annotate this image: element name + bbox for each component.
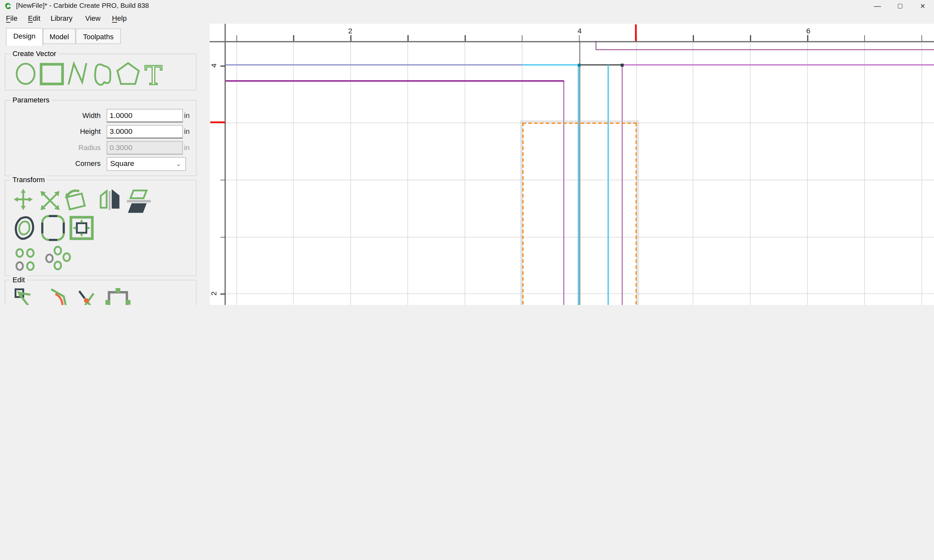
create-vector-title: Create Vector (10, 49, 59, 58)
param-unit-width: in (184, 109, 190, 122)
rotate-tool-icon[interactable] (65, 191, 85, 209)
polyline-tool-icon[interactable] (68, 63, 86, 85)
maximize-button[interactable]: ▢ (889, 0, 911, 12)
tab-toolpaths[interactable]: Toolpaths (76, 29, 121, 44)
chevron-down-icon: ⌄ (176, 158, 181, 171)
param-row-corners: CornersSquare⌄ (6, 157, 196, 170)
menu-item-file[interactable]: File (6, 14, 17, 23)
inner-offset-tool-icon[interactable] (71, 217, 92, 238)
create-vector-section: Create Vector T (5, 54, 197, 91)
grid-array-tool-icon[interactable] (17, 249, 34, 270)
menu-item-view[interactable]: View (85, 14, 100, 23)
resize-nodes-tool-icon[interactable] (105, 288, 130, 305)
parameters-title: Parameters (10, 96, 52, 105)
polygon-tool-icon[interactable] (117, 63, 139, 84)
create-vector-toolbar: T (13, 60, 191, 87)
edit-title: Edit (10, 275, 27, 284)
left-panel: Create Vector T Parameters WidthinHeight… (0, 44, 209, 305)
canvas[interactable] (210, 24, 934, 305)
trim-tool-icon[interactable] (79, 291, 96, 305)
edit-toolbar (13, 288, 191, 305)
tab-design[interactable]: Design (6, 28, 43, 46)
offset-tool-icon[interactable] (16, 217, 33, 238)
app-logo-icon: C (5, 2, 13, 10)
param-label-height: Height (6, 125, 101, 138)
transform-section: Transform (5, 180, 197, 277)
param-label-width: Width (6, 109, 101, 122)
move-tool-icon[interactable] (14, 189, 33, 210)
window-title: [NewFile]* - Carbide Create PRO, Build 8… (16, 2, 149, 9)
transform-title: Transform (10, 175, 47, 184)
edit-section: Edit (5, 280, 197, 305)
titlebar: C [NewFile]* - Carbide Create PRO, Build… (0, 0, 934, 12)
round-corners-tool-icon[interactable] (42, 216, 63, 240)
tab-model[interactable]: Model (43, 29, 76, 44)
fillet-tool-icon[interactable] (51, 289, 68, 305)
param-unit-radius: in (184, 141, 190, 154)
param-dropdown-corners[interactable]: Square⌄ (107, 157, 186, 171)
menu-item-library[interactable]: Library (51, 14, 72, 23)
text-tool-icon[interactable]: T (145, 60, 162, 87)
minimize-button[interactable]: — (866, 0, 889, 12)
scale-tool-icon[interactable] (40, 191, 60, 210)
param-row-radius: Radiusin (6, 141, 196, 154)
circle-tool-icon[interactable] (17, 64, 34, 84)
menu-item-help[interactable]: Help (112, 14, 126, 23)
close-button[interactable]: ✕ (911, 0, 934, 12)
param-input-width[interactable] (107, 109, 183, 123)
flip-tool-icon[interactable] (100, 191, 119, 210)
curve-tool-icon[interactable] (95, 65, 110, 85)
parameters-section: Parameters WidthinHeightinRadiusinCorner… (5, 100, 197, 176)
shear-tool-icon[interactable] (127, 191, 151, 212)
param-row-width: Widthin (6, 109, 196, 122)
param-input-height[interactable] (107, 125, 183, 139)
param-row-height: Heightin (6, 125, 196, 138)
menu-item-edit[interactable]: Edit (28, 14, 40, 23)
rectangle-tool-icon[interactable] (41, 64, 63, 84)
param-unit-height: in (184, 125, 190, 138)
transform-toolbar (13, 188, 191, 277)
circular-array-tool-icon[interactable] (46, 247, 70, 269)
param-label-corners: Corners (6, 157, 101, 170)
app-window: C [NewFile]* - Carbide Create PRO, Build… (0, 0, 934, 305)
param-input-radius (107, 141, 183, 155)
node-edit-tool-icon[interactable] (15, 289, 33, 305)
param-label-radius: Radius (6, 141, 101, 154)
